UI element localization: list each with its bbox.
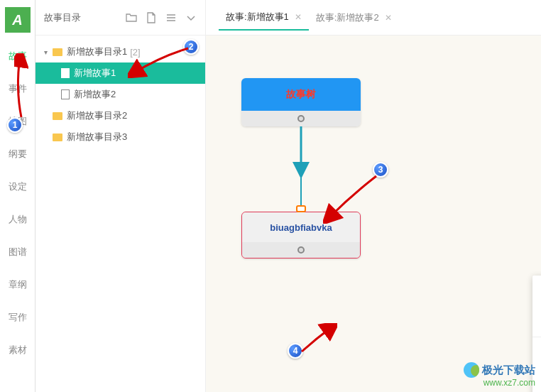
tabs-bar: 故事:新增故事1 ✕ 故事:新增故事2 ✕: [206, 0, 541, 36]
tree-folder-1[interactable]: ▾ 新增故事目录1 [2]: [35, 41, 205, 62]
close-icon[interactable]: ✕: [295, 12, 302, 22]
node-footer: [241, 111, 361, 126]
tab-story1[interactable]: 故事:新增故事1 ✕: [219, 5, 309, 31]
story-node-child[interactable]: biuagbfiabvka: [241, 212, 361, 258]
close-icon[interactable]: ✕: [385, 13, 392, 23]
story-node-root[interactable]: 故事树: [241, 78, 361, 126]
tree-header: 故事目录: [35, 0, 205, 36]
tab-story2[interactable]: 故事:新增故事2 ✕: [309, 6, 399, 30]
tab-label: 故事:新增故事2: [316, 11, 379, 24]
nav-outline[interactable]: 纲要: [0, 138, 35, 170]
new-folder-icon[interactable]: [126, 12, 137, 23]
tree-label: 新增故事目录1: [67, 45, 127, 58]
folder-icon: [53, 134, 62, 141]
tree-label: 新增故事目录2: [67, 109, 127, 122]
file-icon: [61, 89, 70, 99]
left-sidebar: A 故事 事件 地图 纲要 设定 人物 图谱 章纲 写作 素材: [0, 0, 35, 392]
app-logo: A: [5, 7, 31, 33]
menu-icon[interactable]: [165, 12, 177, 23]
node-title: biuagbfiabvka: [242, 212, 360, 242]
connector-dot-icon[interactable]: [297, 115, 305, 122]
watermark-url: www.xz7.com: [464, 378, 535, 388]
tab-label: 故事:新增故事1: [226, 11, 289, 23]
canvas[interactable]: 故事树 biuagbfiabvka 添加节点 编辑节点 文字颜色› 背景颜色› …: [206, 36, 541, 392]
node-title: 故事树: [241, 78, 361, 111]
tree-label: 新增故事1: [74, 67, 116, 80]
nav-graph[interactable]: 图谱: [0, 236, 35, 268]
file-icon: [61, 68, 70, 78]
nav-material[interactable]: 素材: [0, 334, 35, 366]
connector-dot-icon[interactable]: [297, 246, 305, 254]
nav-story[interactable]: 故事: [0, 40, 35, 72]
annotation-badge-2: 2: [183, 39, 199, 55]
tree-label: 新增故事2: [74, 88, 116, 101]
menu-add-node[interactable]: 添加节点: [532, 280, 541, 307]
tree-file-2[interactable]: 新增故事2: [35, 84, 205, 105]
annotation-badge-4: 4: [288, 343, 303, 359]
chevron-down-icon[interactable]: [185, 12, 197, 23]
watermark-brand: 极光下载站: [482, 364, 535, 377]
nav-setting[interactable]: 设定: [0, 170, 35, 203]
node-footer: [242, 242, 360, 258]
annotation-badge-1: 1: [7, 117, 23, 133]
tree-list: ▾ 新增故事目录1 [2] 新增故事1 新增故事2 新增故事目录2 新增故事目录…: [35, 36, 205, 148]
watermark-logo-icon: [464, 362, 479, 378]
caret-down-icon: ▾: [44, 48, 51, 56]
watermark: 极光下载站 www.xz7.com: [464, 362, 535, 388]
tree-file-1[interactable]: 新增故事1: [35, 62, 205, 84]
tree-label: 新增故事目录3: [67, 131, 127, 143]
annotation-badge-3: 3: [373, 162, 388, 178]
nav-character[interactable]: 人物: [0, 203, 35, 236]
folder-icon: [53, 112, 62, 120]
tree-folder-2[interactable]: 新增故事目录2: [35, 105, 205, 126]
nav-chapter[interactable]: 章纲: [0, 268, 35, 301]
add-handle-icon[interactable]: [296, 205, 306, 212]
nav-event[interactable]: 事件: [0, 72, 35, 105]
tree-title: 故事目录: [44, 11, 126, 24]
node-connector: [300, 126, 302, 213]
new-file-icon[interactable]: [146, 12, 157, 23]
folder-icon: [53, 48, 62, 56]
menu-edit-node[interactable]: 编辑节点: [532, 307, 541, 334]
tree-folder-3[interactable]: 新增故事目录3: [35, 126, 205, 148]
tree-panel: 故事目录 ▾ 新增故事目录1 [2] 新增故事1 新增故事2 新增故事目录2: [35, 0, 206, 392]
nav-write[interactable]: 写作: [0, 301, 35, 334]
menu-separator: [532, 337, 541, 337]
tree-count: [2]: [130, 47, 140, 58]
